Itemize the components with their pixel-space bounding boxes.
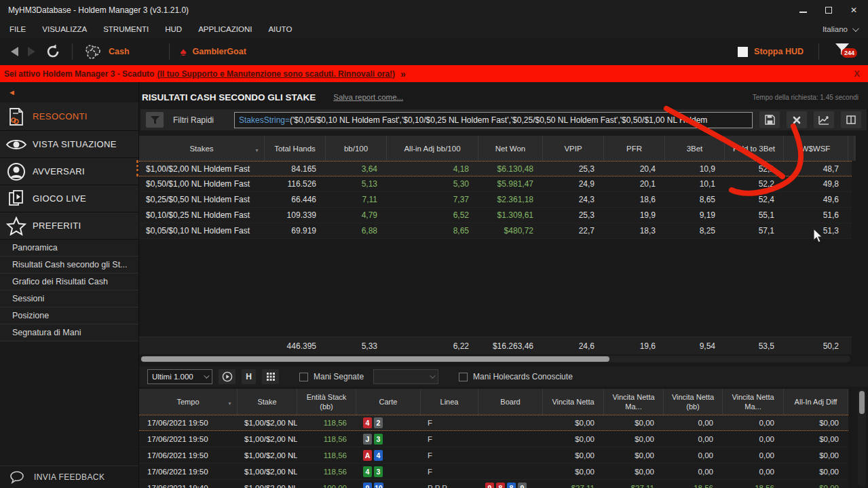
report-nav-grafico-dei-risultati-cash[interactable]: Grafico dei Risultati Cash [0, 274, 138, 290]
menu-item-file[interactable]: FILE [10, 25, 26, 33]
column-header-3bet[interactable]: 3Bet [665, 136, 725, 161]
column-header-total-hands[interactable]: Total Hands [265, 136, 326, 161]
chart-view-button[interactable] [814, 111, 834, 128]
column-header-fold-to-3bet[interactable]: Fold to 3Bet [725, 136, 784, 161]
last-hands-select[interactable]: Ultimi 1.000 [147, 369, 212, 384]
column-header-all-in-adj-bb-100[interactable]: All-in Adj bb/100 [387, 136, 478, 161]
stakes-table-row[interactable]: $0,10/$0,25 NL Holdem Fast109.3394,796,5… [139, 208, 852, 223]
card-2s: 2 [374, 417, 383, 428]
column-header-w-wsf[interactable]: W$WSF [784, 136, 848, 161]
sidebar-item-resoconti[interactable]: RESOCONTI [0, 102, 138, 131]
send-feedback-button[interactable]: INVIA FEEDBACK [0, 466, 138, 488]
maximize-icon[interactable] [825, 7, 832, 14]
scrollbar-thumb[interactable] [141, 356, 609, 362]
column-header-entit-stack-bb-[interactable]: Entità Stack (bb) [297, 389, 356, 415]
column-header-vpip[interactable]: VPIP [543, 136, 604, 161]
scrollbar-thumb[interactable] [859, 391, 865, 414]
filter-query-input[interactable]: StakesString=('$0,05/$0,10 NL Holdem Fas… [234, 112, 753, 128]
columns-layout-button[interactable] [841, 111, 861, 128]
menu-item-strumenti[interactable]: STRUMENTI [103, 25, 149, 33]
column-header-vincita-netta-ma-[interactable]: Vincita Netta Ma... [723, 389, 784, 415]
report-nav-panoramica[interactable]: Panoramica [0, 240, 138, 257]
hand-row[interactable]: 17/06/2021 19:50$1,00/$2,00 NL Holdem Fa… [139, 431, 848, 447]
menu-item-hud[interactable]: HUD [165, 25, 182, 33]
column-header-net-won[interactable]: Net Won [478, 136, 543, 161]
hud-toggle-button[interactable]: H [242, 369, 256, 384]
report-nav-segnatura-di-mani[interactable]: Segnatura di Mani [0, 324, 138, 341]
language-selector[interactable]: Italiano [823, 25, 857, 33]
cell-stakes: $1,00/$2,00 NL Holdem Fast [139, 164, 265, 174]
report-nav-sessioni[interactable]: Sessioni [0, 290, 138, 307]
report-nav-risultati-cash-secondo-gli-st-[interactable]: Risultati Cash secondo gli St... [0, 257, 138, 274]
column-header-linea[interactable]: Linea [421, 389, 478, 415]
column-header-tempo[interactable]: Tempo▼ [139, 389, 238, 415]
stakes-table-row[interactable]: $0,25/$0,50 NL Holdem Fast66.4467,117,37… [139, 192, 852, 208]
hand-row[interactable]: 17/06/2021 19:40$1,00/$2,00 NL Holdem Fa… [139, 480, 848, 488]
column-header-pfr[interactable]: PFR [604, 136, 665, 161]
banner-text: Sei attivo Holdem Manager 3 - Scaduto [0, 69, 154, 79]
column-header-stake[interactable]: Stake [238, 389, 297, 415]
cell-stake: $1,00/$2,00 NL Holdem Fast [238, 484, 297, 488]
column-header-vincita-netta-ma-[interactable]: Vincita Netta Ma... [604, 389, 664, 415]
menu-item-aiuto[interactable]: AIUTO [268, 25, 292, 33]
save-filter-button[interactable] [759, 111, 780, 128]
cell-value: $5.981,47 [478, 179, 543, 189]
column-header-board[interactable]: Board [478, 389, 543, 415]
save-report-link[interactable]: Salva report come... [333, 93, 403, 101]
toolbar-separator [72, 43, 73, 60]
vertical-scrollbar[interactable] [858, 389, 866, 487]
column-header-vincita-netta[interactable]: Vincita Netta [543, 389, 604, 415]
totals-cell: 9,54 [665, 341, 725, 351]
report-nav-posizione[interactable]: Posizione [0, 307, 138, 324]
hand-row[interactable]: 17/06/2021 19:50$1,00/$2,00 NL Holdem Fa… [139, 447, 848, 464]
cell-tempo: 17/06/2021 19:40 [139, 484, 238, 488]
marked-hands-select[interactable] [373, 369, 438, 384]
cash-tab[interactable]: Cash [109, 47, 130, 56]
stakes-table-row[interactable]: $1,00/$2,00 NL Holdem Fast84.1653,644,18… [139, 161, 852, 176]
sidebar-item-gioco-live[interactable]: GIOCO LIVE [0, 185, 138, 212]
column-header-carte[interactable]: Carte [356, 389, 421, 415]
clear-filter-button[interactable] [787, 111, 807, 128]
sidebar-item-preferiti[interactable]: PREFERITI [0, 212, 138, 240]
replay-hand-button[interactable] [219, 369, 235, 384]
menu-item-visualizza[interactable]: VISUALIZZA [42, 25, 87, 33]
refresh-icon[interactable] [45, 43, 61, 60]
renew-link[interactable]: (Il tuo Supporto e Manutenzione sono sca… [157, 69, 395, 79]
minimize-icon[interactable] [799, 12, 807, 13]
grid-view-button[interactable] [262, 369, 279, 384]
back-icon[interactable] [11, 47, 18, 56]
sidebar-splitter-handle[interactable] [136, 160, 138, 176]
column-header-stakes[interactable]: Stakes▼ [139, 136, 265, 161]
known-holecards-checkbox[interactable] [459, 373, 468, 381]
stakes-table-row[interactable]: $0,05/$0,10 NL Holdem Fast69.9196,888,65… [139, 223, 852, 239]
cell-value: 48,7 [784, 164, 848, 174]
stop-hud-icon[interactable] [738, 47, 748, 57]
hud-filter-button[interactable]: 244 [834, 43, 854, 60]
forward-icon[interactable] [28, 47, 35, 56]
last-hands-value: Ultimi 1.000 [152, 373, 193, 381]
player-tab[interactable]: GamblerGoat [193, 47, 246, 56]
cell-value: 109.339 [265, 210, 326, 220]
stakes-table-row[interactable]: $0,50/$1,00 NL Holdem Fast116.5265,135,3… [139, 176, 852, 192]
cell-value: 49,6 [784, 195, 848, 204]
banner-close-button[interactable]: X [854, 69, 868, 79]
sidebar-item-vista-situazione[interactable]: VISTA SITUAZIONE [0, 131, 138, 158]
sidebar-item-avversari[interactable]: AVVERSARI [0, 158, 138, 185]
quick-filter-button[interactable] [146, 112, 164, 128]
column-header-bb-100[interactable]: bb/100 [326, 136, 387, 161]
column-header-all-in-adj-diff[interactable]: All-In Adj Diff [784, 389, 848, 415]
hand-row[interactable]: 17/06/2021 19:50$1,00/$2,00 NL Holdem Fa… [139, 415, 848, 431]
hand-row[interactable]: 17/06/2021 19:50$1,00/$2,00 NL Holdem Fa… [139, 464, 848, 480]
horizontal-scrollbar[interactable] [140, 356, 850, 362]
cell-stack: 118,56 [297, 435, 356, 443]
sidebar-collapse-icon[interactable]: ◄ [8, 88, 16, 96]
close-icon[interactable]: ✕ [850, 6, 857, 14]
column-header-vincita-netta-bb-[interactable]: Vincita Netta (bb) [664, 389, 723, 415]
cell-value: 57,1 [725, 226, 784, 236]
poker-chips-icon [83, 43, 102, 60]
cell-value: 55,1 [725, 210, 784, 220]
stop-hud-button[interactable]: Stoppa HUD [754, 47, 804, 56]
marked-hands-checkbox[interactable] [299, 373, 308, 381]
banner-expand-icon[interactable]: » [400, 69, 406, 79]
menu-item-applicazioni[interactable]: APPLICAZIONI [198, 25, 252, 33]
